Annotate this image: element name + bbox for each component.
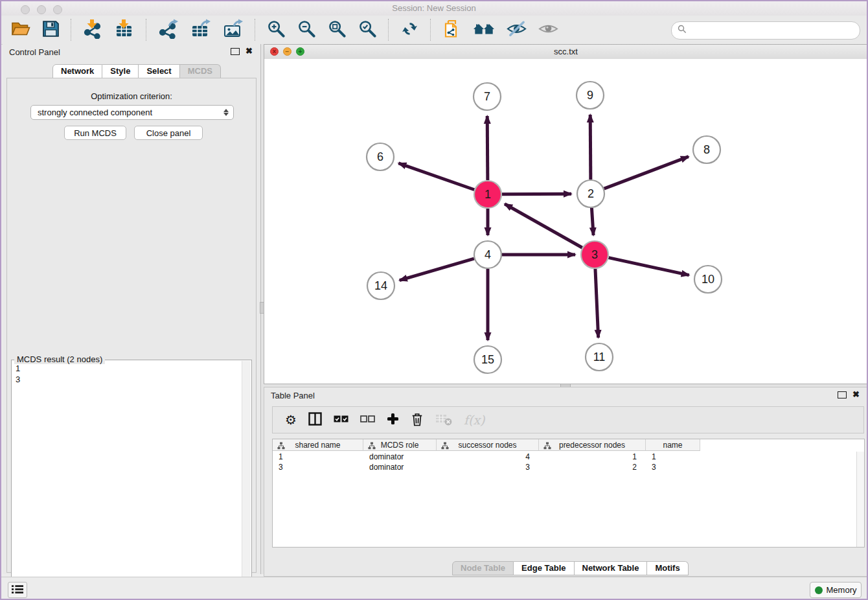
- graph-node-7[interactable]: 7: [474, 83, 501, 110]
- edge-4-14[interactable]: [400, 259, 474, 280]
- cell-MCDS-role[interactable]: dominator: [363, 452, 437, 462]
- eye-slash-icon: [507, 20, 527, 40]
- save-button[interactable]: [38, 19, 64, 41]
- float-table-panel-icon[interactable]: [838, 391, 847, 398]
- houses-button[interactable]: [468, 19, 499, 41]
- import-table-button[interactable]: [110, 17, 139, 42]
- control-panel: Control Panel ✖ NetworkStyleSelectMCDS O…: [3, 44, 260, 574]
- table-row-2[interactable]: 3dominator323: [273, 462, 856, 472]
- eye-slash-button[interactable]: [502, 19, 531, 41]
- memory-label: Memory: [827, 585, 857, 595]
- network-canvas[interactable]: 7968124314101511: [264, 59, 867, 384]
- column-header-shared-name[interactable]: shared name: [273, 439, 363, 451]
- edge-3-11[interactable]: [595, 269, 599, 338]
- cell-successor-nodes[interactable]: 3: [437, 462, 539, 472]
- tab-network-table[interactable]: Network Table: [575, 561, 648, 575]
- optimization-criterion-select[interactable]: strongly connected component: [30, 105, 234, 120]
- mcds-result-node: 3: [16, 374, 241, 385]
- gear-icon: ⚙: [285, 412, 297, 428]
- copy-network-button[interactable]: [438, 17, 466, 42]
- cell-predecessor-nodes[interactable]: 2: [539, 462, 646, 472]
- zoom-out-button[interactable]: [293, 18, 321, 41]
- list-icon: [12, 584, 23, 596]
- edge-1-7[interactable]: [487, 116, 488, 180]
- eye-button[interactable]: [534, 19, 563, 41]
- table-scrollbar[interactable]: [856, 452, 864, 547]
- tab-style[interactable]: Style: [102, 64, 139, 78]
- edge-3-1[interactable]: [505, 204, 582, 248]
- graph-node-4[interactable]: 4: [474, 241, 501, 268]
- column-header-predecessor-nodes[interactable]: predecessor nodes: [539, 439, 646, 451]
- run-mcds-button[interactable]: Run MCDS: [64, 126, 126, 140]
- graph-node-14[interactable]: 14: [367, 272, 394, 299]
- export-image-button[interactable]: [218, 17, 248, 42]
- close-panel-button[interactable]: Close panel: [134, 126, 203, 140]
- table-row-1[interactable]: 1dominator411: [273, 452, 856, 462]
- search-box[interactable]: [671, 21, 860, 40]
- optimization-criterion-label: Optimization criterion:: [7, 91, 256, 101]
- tab-motifs[interactable]: Motifs: [647, 561, 688, 575]
- cell-shared-name[interactable]: 3: [273, 462, 363, 472]
- trash-button[interactable]: [411, 412, 424, 428]
- cell-predecessor-nodes[interactable]: 1: [539, 452, 646, 462]
- cell-MCDS-role[interactable]: dominator: [363, 462, 437, 472]
- search-input[interactable]: [691, 23, 860, 38]
- svg-text:7: 7: [484, 90, 490, 103]
- column-header-successor-nodes[interactable]: successor nodes: [437, 439, 539, 451]
- tab-select[interactable]: Select: [139, 64, 179, 78]
- zoom-fit-button[interactable]: [323, 18, 351, 41]
- graph-node-2[interactable]: 2: [577, 180, 604, 207]
- fx-button[interactable]: f(x): [464, 413, 485, 427]
- zoom-fit-icon: [328, 19, 347, 40]
- graph-node-1[interactable]: 1: [474, 181, 501, 208]
- cell-successor-nodes[interactable]: 4: [437, 452, 539, 462]
- cell-name[interactable]: 1: [646, 452, 700, 462]
- result-scrollbar[interactable]: [242, 361, 251, 600]
- cell-name[interactable]: 3: [646, 462, 700, 472]
- log-console-button[interactable]: [8, 582, 27, 598]
- graph-node-3[interactable]: 3: [581, 241, 608, 268]
- checkboxes-unchecked-button[interactable]: [360, 415, 375, 425]
- mcds-result-box: MCDS result (2 nodes) 13: [11, 360, 252, 600]
- checkboxes-checked-button[interactable]: [334, 415, 348, 425]
- import-network-button[interactable]: [78, 17, 108, 42]
- edge-2-8[interactable]: [604, 157, 689, 189]
- edge-2-9[interactable]: [590, 115, 591, 179]
- tab-node-table[interactable]: Node Table: [452, 561, 514, 575]
- edge-2-3[interactable]: [591, 208, 593, 235]
- network-window-titlebar[interactable]: × − + scc.txt: [264, 45, 867, 60]
- edge-1-2[interactable]: [502, 194, 571, 194]
- graph-node-8[interactable]: 8: [693, 136, 720, 163]
- tab-network[interactable]: Network: [52, 64, 102, 78]
- cell-shared-name[interactable]: 1: [273, 452, 363, 462]
- float-panel-icon[interactable]: [231, 48, 240, 55]
- export-network-button[interactable]: [154, 17, 183, 42]
- gear-button[interactable]: ⚙: [285, 412, 297, 428]
- graph-node-10[interactable]: 10: [694, 266, 722, 293]
- memory-button[interactable]: Memory: [810, 582, 862, 598]
- column-header-name[interactable]: name: [646, 439, 700, 451]
- mcds-result-list[interactable]: 13: [16, 363, 241, 600]
- tab-edge-table[interactable]: Edge Table: [514, 561, 574, 575]
- status-bar: Memory: [1, 577, 867, 600]
- column-header-MCDS-role[interactable]: MCDS role: [363, 439, 437, 451]
- delete-table-button[interactable]: [435, 412, 452, 428]
- graph-node-11[interactable]: 11: [586, 343, 613, 371]
- close-panel-icon[interactable]: ✖: [246, 46, 253, 56]
- columns-button[interactable]: [308, 412, 322, 428]
- network-graph[interactable]: 7968124314101511: [264, 59, 867, 384]
- refresh-button[interactable]: [396, 18, 424, 41]
- export-table-button[interactable]: [186, 17, 216, 42]
- plus-button[interactable]: [387, 413, 399, 427]
- graph-node-9[interactable]: 9: [577, 82, 604, 109]
- zoom-in-button[interactable]: [262, 18, 290, 41]
- open-folder-button[interactable]: [6, 19, 35, 41]
- edge-3-10[interactable]: [608, 258, 689, 275]
- zoom-selected-button[interactable]: [354, 18, 382, 41]
- graph-node-6[interactable]: 6: [367, 143, 394, 170]
- tab-mcds[interactable]: MCDS: [180, 64, 221, 78]
- close-table-panel-icon[interactable]: ✖: [852, 389, 860, 399]
- graph-node-15[interactable]: 15: [474, 346, 501, 373]
- edge-1-6[interactable]: [398, 163, 474, 190]
- fx-icon: f(x): [464, 413, 485, 427]
